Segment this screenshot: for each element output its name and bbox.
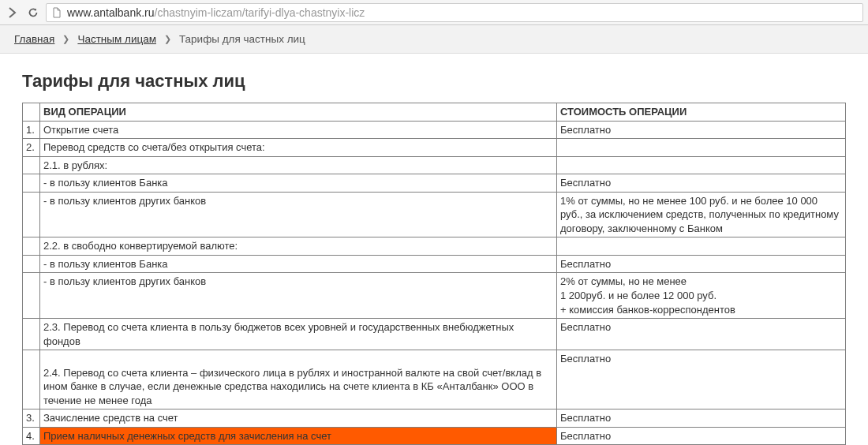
tariff-table: ВИД ОПЕРАЦИИ СТОИМОСТЬ ОПЕРАЦИИ 1.Открыт… [22, 103, 846, 445]
col-num [23, 103, 40, 122]
cell-num [23, 156, 40, 174]
page-title: Тарифы для частных лиц [22, 71, 846, 92]
table-row: - в пользу клиентов БанкаБесплатно [23, 174, 846, 193]
table-row: 2.2. в свободно конвертируемой валюте: [23, 237, 846, 256]
table-row: 2.4. Перевод со счета клиента – физическ… [23, 350, 846, 409]
browser-toolbar: www.antalbank.ru/chastnyim-liczam/tarify… [0, 0, 868, 25]
cell-operation: - в пользу клиентов других банков [40, 192, 557, 237]
cell-operation: Перевод средств со счета/без открытия сч… [40, 139, 557, 157]
cell-num [23, 319, 40, 350]
cell-operation: Зачисление средств на счет [40, 409, 557, 428]
url-text: www.antalbank.ru/chastnyim-liczam/tarify… [67, 6, 365, 19]
col-operation: ВИД ОПЕРАЦИИ [40, 103, 557, 122]
chevron-right-icon: ❯ [62, 34, 69, 44]
cell-num [23, 273, 40, 319]
url-path: /chastnyim-liczam/tarifyi-dlya-chastnyix… [155, 6, 365, 19]
cell-operation: - в пользу клиентов других банков [40, 273, 557, 319]
cell-operation: - в пользу клиентов Банка [40, 255, 557, 273]
cell-value: Бесплатно [557, 409, 846, 428]
breadcrumb-home[interactable]: Главная [14, 33, 54, 45]
col-value: СТОИМОСТЬ ОПЕРАЦИИ [557, 103, 846, 122]
cell-num [23, 255, 40, 273]
cell-num [23, 174, 40, 193]
cell-operation: Открытие счета [40, 121, 557, 139]
table-row: 1.Открытие счетаБесплатно [23, 121, 846, 139]
breadcrumb-current: Тарифы для частных лиц [179, 33, 305, 45]
page-icon [51, 7, 62, 18]
cell-value: Бесплатно [557, 121, 846, 139]
cell-operation: Прием наличных денежных средств для зачи… [40, 427, 557, 445]
table-row: - в пользу клиентов БанкаБесплатно [23, 255, 846, 273]
cell-num: 1. [23, 121, 40, 139]
cell-num: 4. [23, 427, 40, 445]
table-row: 2.Перевод средств со счета/без открытия … [23, 139, 846, 157]
cell-value: Бесплатно [557, 350, 846, 409]
page-content: Тарифы для частных лиц ВИД ОПЕРАЦИИ СТОИ… [0, 54, 868, 445]
table-header-row: ВИД ОПЕРАЦИИ СТОИМОСТЬ ОПЕРАЦИИ [23, 103, 846, 122]
cell-operation: 2.3. Перевод со счета клиента в пользу б… [40, 319, 557, 350]
cell-value: Бесплатно [557, 427, 846, 445]
table-row: 3.Зачисление средств на счетБесплатно [23, 409, 846, 428]
cell-value: 1% от суммы, но не менее 100 руб. и не б… [557, 192, 846, 237]
table-row: - в пользу клиентов других банков2% от с… [23, 273, 846, 319]
cell-value: Бесплатно [557, 174, 846, 193]
cell-value [557, 237, 846, 256]
cell-operation: 2.1. в рублях: [40, 156, 557, 174]
table-row: 2.3. Перевод со счета клиента в пользу б… [23, 319, 846, 350]
cell-num [23, 237, 40, 256]
cell-num: 2. [23, 139, 40, 157]
breadcrumb-section[interactable]: Частным лицам [77, 33, 156, 45]
cell-num [23, 192, 40, 237]
cell-value [557, 156, 846, 174]
cell-num: 3. [23, 409, 40, 428]
cell-operation: 2.4. Перевод со счета клиента – физическ… [40, 350, 557, 409]
cell-value: Бесплатно [557, 319, 846, 350]
reload-button[interactable] [25, 5, 41, 21]
url-host: www.antalbank.ru [67, 6, 155, 19]
cell-value [557, 139, 846, 157]
table-row: 4.Прием наличных денежных средств для за… [23, 427, 846, 445]
cell-operation: 2.2. в свободно конвертируемой валюте: [40, 237, 557, 256]
forward-button[interactable] [5, 5, 21, 21]
cell-operation: - в пользу клиентов Банка [40, 174, 557, 193]
table-row: - в пользу клиентов других банков1% от с… [23, 192, 846, 237]
cell-value: 2% от суммы, но не менее 1 200руб. и не … [557, 273, 846, 319]
breadcrumb: Главная ❯ Частным лицам ❯ Тарифы для час… [0, 25, 868, 54]
url-bar[interactable]: www.antalbank.ru/chastnyim-liczam/tarify… [46, 3, 863, 22]
chevron-right-icon: ❯ [164, 34, 171, 44]
cell-num [23, 350, 40, 409]
table-row: 2.1. в рублях: [23, 156, 846, 174]
cell-value: Бесплатно [557, 255, 846, 273]
